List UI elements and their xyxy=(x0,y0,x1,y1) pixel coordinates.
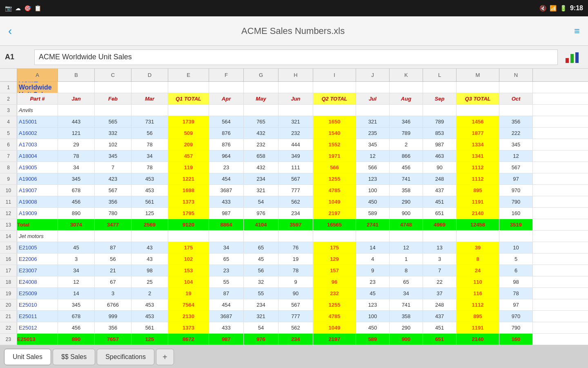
cell-13-1[interactable]: 3074 xyxy=(58,219,95,230)
cell-13-7[interactable]: 3597 xyxy=(278,219,313,230)
cell-1-6[interactable] xyxy=(244,82,278,93)
cell-1-1[interactable] xyxy=(58,82,95,93)
cell-22-8[interactable]: 1049 xyxy=(313,322,356,333)
cell-6-0[interactable]: A17003 xyxy=(17,139,58,150)
cell-20-8[interactable]: 1255 xyxy=(313,299,356,310)
cell-15-13[interactable]: 10 xyxy=(499,242,533,253)
cell-14-7[interactable] xyxy=(278,231,313,242)
table-row[interactable]: 4A15001443565731173956476532116503213467… xyxy=(0,116,588,128)
cell-20-12[interactable]: 1112 xyxy=(457,299,499,310)
cell-6-7[interactable]: 444 xyxy=(278,139,313,150)
cell-5-13[interactable]: 222 xyxy=(499,128,533,139)
cell-1-5[interactable] xyxy=(209,82,244,93)
cell-1-10[interactable] xyxy=(390,82,423,93)
cell-14-11[interactable] xyxy=(423,231,457,242)
cell-6-5[interactable]: 876 xyxy=(209,139,244,150)
cell-5-9[interactable]: 235 xyxy=(356,128,390,139)
cell-21-7[interactable]: 777 xyxy=(278,311,313,322)
tab-unit-sales[interactable]: Unit Sales xyxy=(4,349,51,365)
cell-2-7[interactable]: Jun xyxy=(278,93,313,104)
table-row[interactable]: 3Anvils xyxy=(0,105,588,116)
cell-16-3[interactable]: 43 xyxy=(131,254,168,265)
cell-8-1[interactable]: 34 xyxy=(58,162,95,173)
cell-2-3[interactable]: Mar xyxy=(131,93,168,104)
cell-15-4[interactable]: 175 xyxy=(168,242,209,253)
cell-18-8[interactable]: 96 xyxy=(313,276,356,287)
cell-13-4[interactable]: 9120 xyxy=(168,219,209,230)
cell-5-7[interactable]: 232 xyxy=(278,128,313,139)
table-row[interactable]: 14Jet motors xyxy=(0,231,588,242)
cell-2-1[interactable]: Jan xyxy=(58,93,95,104)
cell-20-2[interactable]: 6766 xyxy=(95,299,131,310)
cell-17-0[interactable]: E23007 xyxy=(17,265,58,276)
cell-2-5[interactable]: Apr xyxy=(209,93,244,104)
cell-11-4[interactable]: 1373 xyxy=(168,196,209,207)
cell-10-8[interactable]: 4785 xyxy=(313,185,356,196)
cell-18-1[interactable]: 12 xyxy=(58,276,95,287)
table-row[interactable]: 15E210054587431753465761751412133910 xyxy=(0,242,588,254)
cell-18-10[interactable]: 65 xyxy=(390,276,423,287)
cell-9-6[interactable]: 234 xyxy=(244,173,278,184)
cell-14-6[interactable] xyxy=(244,231,278,242)
cell-6-4[interactable]: 209 xyxy=(168,139,209,150)
cell-12-13[interactable]: 160 xyxy=(499,208,533,219)
cell-1-3[interactable] xyxy=(131,82,168,93)
cell-20-13[interactable]: 97 xyxy=(499,299,533,310)
cell-5-6[interactable]: 432 xyxy=(244,128,278,139)
cell-3-13[interactable] xyxy=(499,105,533,116)
cell-17-6[interactable]: 56 xyxy=(244,265,278,276)
cell-6-2[interactable]: 102 xyxy=(95,139,131,150)
cell-16-9[interactable]: 4 xyxy=(356,254,390,265)
cell-13-13[interactable]: 3519 xyxy=(499,219,533,230)
cell-18-11[interactable]: 22 xyxy=(423,276,457,287)
cell-19-11[interactable]: 37 xyxy=(423,288,457,299)
cell-16-4[interactable]: 102 xyxy=(168,254,209,265)
cell-4-9[interactable]: 321 xyxy=(356,116,390,127)
cell-5-2[interactable]: 332 xyxy=(95,128,131,139)
cell-23-10[interactable]: 900 xyxy=(390,334,423,345)
cell-14-0[interactable]: Jet motors xyxy=(17,231,58,242)
cell-12-9[interactable]: 589 xyxy=(356,208,390,219)
col-header-m[interactable]: M xyxy=(457,69,499,81)
cell-8-10[interactable]: 456 xyxy=(390,162,423,173)
cell-18-3[interactable]: 25 xyxy=(131,276,168,287)
cell-9-10[interactable]: 741 xyxy=(390,173,423,184)
col-header-k[interactable]: K xyxy=(390,69,423,81)
cell-21-1[interactable]: 678 xyxy=(58,311,95,322)
table-row[interactable]: 7A18004783453445796465834919711286646313… xyxy=(0,150,588,162)
cell-4-11[interactable]: 789 xyxy=(423,116,457,127)
cell-2-8[interactable]: Q2 TOTAL xyxy=(313,93,356,104)
cell-23-1[interactable]: 890 xyxy=(58,334,95,345)
cell-6-3[interactable]: 78 xyxy=(131,139,168,150)
cell-21-12[interactable]: 895 xyxy=(457,311,499,322)
table-row[interactable]: 10A1900767856745316983687321777478510035… xyxy=(0,185,588,196)
cell-22-4[interactable]: 1373 xyxy=(168,322,209,333)
cell-21-2[interactable]: 999 xyxy=(95,311,131,322)
cell-23-2[interactable]: 7657 xyxy=(95,334,131,345)
cell-19-1[interactable]: 14 xyxy=(58,288,95,299)
cell-2-9[interactable]: Jul xyxy=(356,93,390,104)
cell-9-3[interactable]: 453 xyxy=(131,173,168,184)
chart-button[interactable] xyxy=(563,49,583,65)
cell-3-1[interactable] xyxy=(58,105,95,116)
cell-16-6[interactable]: 45 xyxy=(244,254,278,265)
cell-2-13[interactable]: Oct xyxy=(499,93,533,104)
cell-4-6[interactable]: 765 xyxy=(244,116,278,127)
table-row[interactable]: 13Total307434772569912088644104359716565… xyxy=(0,219,588,231)
cell-9-4[interactable]: 1221 xyxy=(168,173,209,184)
menu-button[interactable]: ≡ xyxy=(574,25,580,37)
cell-11-10[interactable]: 290 xyxy=(390,196,423,207)
col-header-f[interactable]: F xyxy=(209,69,244,81)
cell-19-12[interactable]: 116 xyxy=(457,288,499,299)
cell-14-9[interactable] xyxy=(356,231,390,242)
cell-22-0[interactable]: E25012 xyxy=(17,322,58,333)
cell-3-4[interactable] xyxy=(168,105,209,116)
cell-21-10[interactable]: 358 xyxy=(390,311,423,322)
cell-20-7[interactable]: 567 xyxy=(278,299,313,310)
cell-12-4[interactable]: 1795 xyxy=(168,208,209,219)
cell-17-9[interactable]: 9 xyxy=(356,265,390,276)
cell-13-8[interactable]: 16565 xyxy=(313,219,356,230)
col-header-h[interactable]: H xyxy=(278,69,313,81)
cell-7-5[interactable]: 964 xyxy=(209,150,244,162)
cell-10-2[interactable]: 567 xyxy=(95,185,131,196)
